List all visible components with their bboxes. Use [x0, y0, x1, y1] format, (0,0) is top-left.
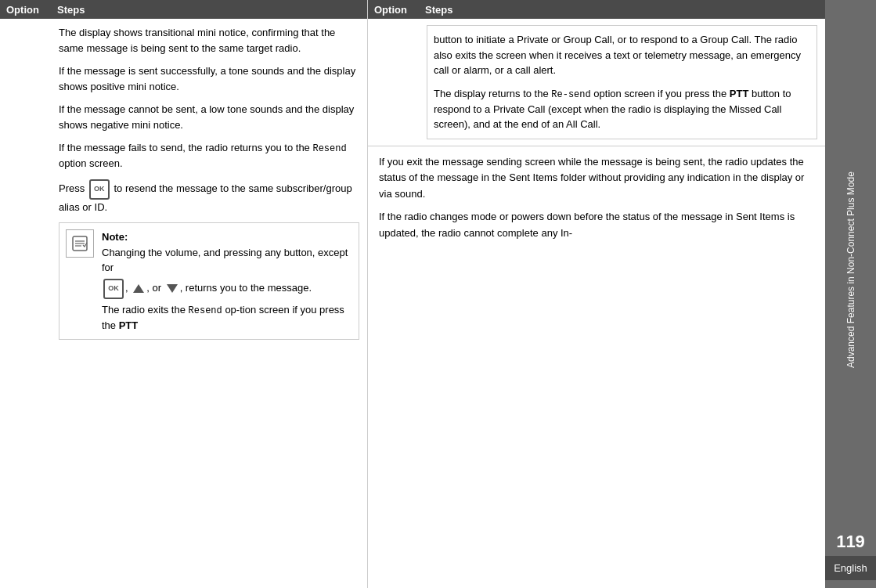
language-label: English	[825, 556, 876, 580]
bottom-text-area: If you exit the message sending screen w…	[368, 146, 825, 256]
ok-icon: OK	[89, 179, 110, 200]
up-arrow-icon	[133, 284, 144, 293]
right-panel: Option Steps button to initiate a Privat…	[368, 0, 825, 588]
left-table-header: Option Steps	[0, 0, 367, 19]
left-para-3: If the message cannot be sent, a low ton…	[59, 102, 359, 132]
note-content: Note: Changing the volume, and pressing …	[102, 229, 352, 333]
left-steps-header: Steps	[57, 4, 361, 16]
right-para-1: button to initiate a Private or Group Ca…	[434, 32, 810, 78]
ok-icon-2: OK	[103, 279, 124, 299]
sidebar-title: Advanced Features in Non-Connect Plus Mo…	[845, 8, 856, 532]
right-table-body: button to initiate a Private or Group Ca…	[368, 19, 825, 146]
left-table-body: The display shows transitional mini noti…	[0, 19, 367, 588]
down-arrow-icon	[167, 284, 178, 293]
note-footer: The radio exits the Resend op-tion scree…	[102, 302, 352, 334]
left-para-4: If the message fails to send, the radio …	[59, 140, 359, 171]
right-table-header: Option Steps	[368, 0, 825, 19]
right-steps-header: Steps	[425, 4, 819, 16]
right-col-cell: button to initiate a Private or Group Ca…	[427, 25, 817, 139]
right-sidebar: Advanced Features in Non-Connect Plus Mo…	[825, 0, 876, 588]
note-box: Note: Changing the volume, and pressing …	[59, 222, 359, 340]
note-icon	[66, 229, 94, 258]
note-body: Changing the volume, and pressing any bu…	[102, 245, 352, 276]
left-para-2: If the message is sent successfully, a t…	[59, 63, 359, 94]
note-icons-line: OK, , or , returns you to the message.	[102, 279, 352, 299]
left-panel: Option Steps The display shows transitio…	[0, 0, 368, 588]
left-option-header: Option	[6, 4, 57, 16]
right-option-header: Option	[374, 4, 425, 16]
bottom-para-2: If the radio changes mode or powers down…	[379, 209, 814, 242]
left-para-1: The display shows transitional mini noti…	[59, 25, 359, 56]
bottom-para-1: If you exit the message sending screen w…	[379, 154, 814, 203]
right-para-2: The display returns to the Re-send optio…	[434, 86, 810, 132]
note-title: Note:	[102, 229, 352, 245]
left-para-5: Press OK to resend the message to the sa…	[59, 179, 359, 215]
page-number: 119	[836, 532, 865, 552]
